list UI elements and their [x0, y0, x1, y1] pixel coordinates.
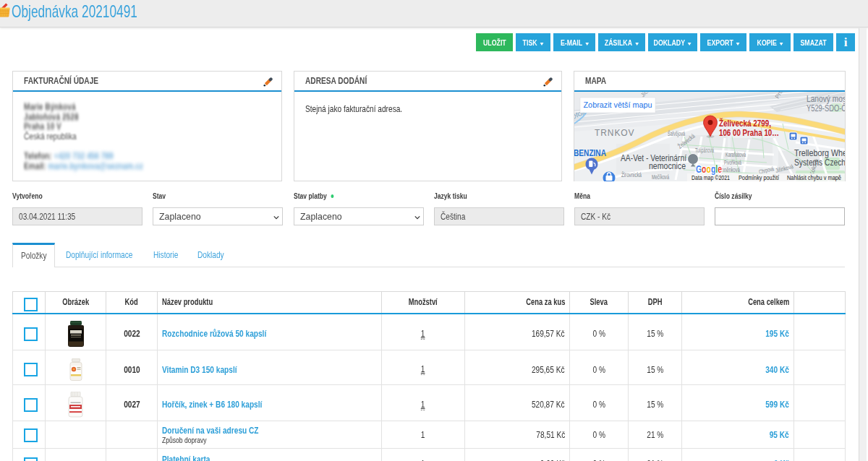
svg-text:Šalvějová: Šalvějová	[668, 130, 685, 137]
svg-text:Mečíková: Mečíková	[652, 173, 669, 181]
svg-text:Lanový mos: Lanový mos	[807, 94, 845, 104]
svg-text:Karafiátová: Karafiátová	[726, 151, 746, 158]
svg-text:Tulipánová: Tulipánová	[695, 147, 714, 154]
svg-text:Podmínky použití: Podmínky použití	[739, 173, 779, 181]
svg-text:106 00 Praha 10…: 106 00 Praha 10…	[719, 128, 779, 138]
svg-text:Nahlásit chybu v mapě: Nahlásit chybu v mapě	[787, 173, 841, 181]
svg-text:Zobrazit větší mapu: Zobrazit větší mapu	[584, 100, 652, 109]
svg-text:Žirovnická: Žirovnická	[621, 171, 642, 178]
svg-text:Google: Google	[696, 163, 722, 175]
svg-text:Trelleborg Whe: Trelleborg Whe	[794, 148, 845, 158]
svg-text:Želivecká 2799,: Želivecká 2799,	[719, 118, 771, 129]
svg-text:Pivoňková: Pivoňková	[724, 159, 741, 166]
svg-text:Y529-SDO-Č: Y529-SDO-Č	[807, 103, 845, 113]
svg-text:BENZINA: BENZINA	[574, 147, 606, 158]
svg-text:Systems Czech: Systems Czech	[794, 158, 845, 168]
svg-text:TRNKOV: TRNKOV	[595, 128, 637, 138]
svg-text:nemocnice: nemocnice	[649, 161, 686, 171]
